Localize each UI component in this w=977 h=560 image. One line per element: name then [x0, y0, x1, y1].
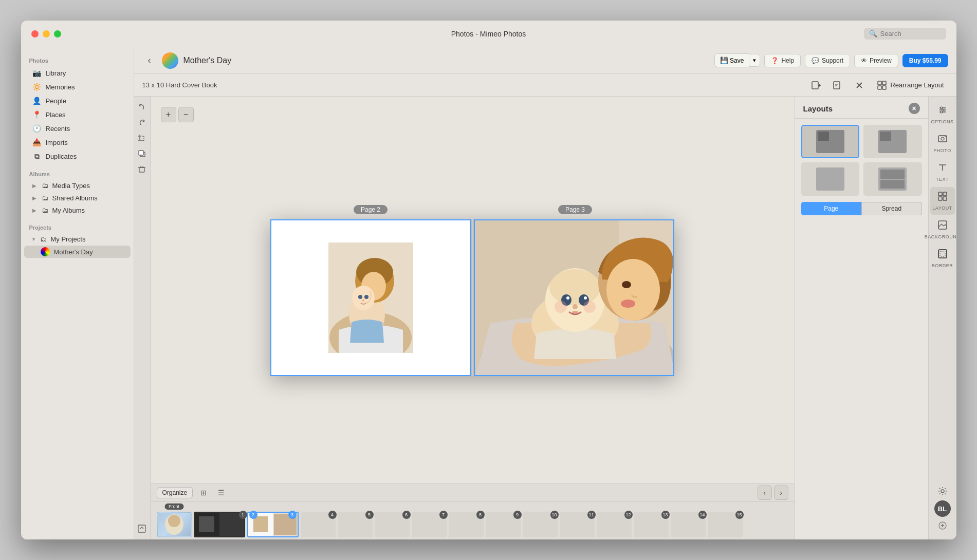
sidebar-item-places[interactable]: 📍 Places: [24, 108, 131, 121]
svg-point-78: [941, 490, 944, 493]
border-icon: [937, 249, 948, 262]
text-panel-button[interactable]: TEXT: [930, 158, 955, 186]
support-button[interactable]: 💬 Support: [805, 54, 850, 67]
rearrange-layout-button[interactable]: Rearrange Layout: [873, 78, 948, 92]
user-avatar[interactable]: BL: [934, 500, 951, 517]
minimize-button[interactable]: [43, 30, 50, 38]
sidebar-item-recents[interactable]: 🕐 Recents: [24, 122, 131, 135]
expand-panel-button[interactable]: [935, 518, 950, 533]
filmstrip-toolbar: Organize ⊞ ☰ ‹ ›: [151, 483, 795, 502]
filmstrip-page-9[interactable]: 9: [486, 512, 521, 537]
page-num-7: 7: [439, 511, 448, 519]
svg-point-42: [584, 296, 587, 300]
filmstrip-page-2-3[interactable]: 2 3: [247, 512, 299, 537]
window-title: Photos - Mimeo Photos: [451, 30, 526, 38]
filmstrip-list-icon[interactable]: ☰: [214, 486, 228, 499]
filmstrip-page-front[interactable]: Front: [157, 505, 192, 537]
layout-option-3[interactable]: [801, 162, 860, 196]
filmstrip-page-6[interactable]: 6: [375, 512, 410, 537]
svg-rect-73: [938, 197, 942, 200]
delete-page-icon-btn[interactable]: [851, 77, 868, 94]
back-button[interactable]: ‹: [142, 53, 157, 68]
filmstrip-page-12[interactable]: 12: [597, 512, 632, 537]
recents-icon: 🕐: [32, 124, 42, 133]
save-button[interactable]: 💾 Save: [714, 53, 749, 67]
crop-button[interactable]: [135, 132, 149, 145]
svg-point-63: [941, 107, 943, 109]
sidebar-item-mothers-day[interactable]: Mother's Day: [24, 246, 131, 258]
filmstrip-page-7[interactable]: 7: [412, 512, 447, 537]
my-projects-folder-icon: 🗂: [40, 235, 47, 243]
filmstrip-page-5[interactable]: 5: [338, 512, 373, 537]
filmstrip-next-button[interactable]: ›: [774, 486, 788, 500]
photo-panel-button[interactable]: PHOTO: [930, 129, 955, 157]
filmstrip-page-1[interactable]: 1: [194, 512, 245, 537]
buy-button[interactable]: Buy $55.99: [902, 54, 948, 67]
zoom-out-button[interactable]: −: [178, 107, 194, 122]
layouts-panel-title: Layouts: [803, 104, 833, 113]
svg-rect-9: [882, 81, 886, 85]
book-pages: [270, 219, 674, 376]
add-page-icon-btn[interactable]: [808, 77, 824, 94]
undo-button[interactable]: [135, 101, 149, 114]
filmstrip-page-11[interactable]: 11: [560, 512, 595, 537]
layout-option-4[interactable]: [863, 162, 922, 196]
layout-preview-cell: [818, 132, 829, 141]
left-page-photo: [328, 242, 413, 353]
close-button[interactable]: [31, 30, 39, 38]
filmstrip-page-15[interactable]: 15: [708, 512, 743, 537]
border-panel-button[interactable]: BORDER: [930, 245, 955, 272]
sidebar-item-my-projects[interactable]: ▾ 🗂 My Projects: [24, 233, 131, 245]
book-spread-container: Page 2 Page 3: [270, 219, 674, 376]
layout-panel-button[interactable]: LAYOUT: [930, 187, 955, 215]
options-panel-button[interactable]: OPTIONS: [930, 101, 955, 128]
layout-option-2[interactable]: [863, 125, 922, 158]
sidebar-item-duplicates[interactable]: ⧉ Duplicates: [24, 150, 131, 163]
main-toolbar: ‹ Mother's Day 💾 Save ▾ ❓ Help: [134, 47, 956, 74]
sidebar-item-memories[interactable]: 🔆 Memories: [24, 80, 131, 94]
filmstrip-page-8[interactable]: 8: [449, 512, 484, 537]
sidebar-item-imports[interactable]: 📥 Imports: [24, 136, 131, 149]
projects-group: ▾ 🗂 My Projects Mother's Day: [21, 233, 134, 258]
close-panel-button[interactable]: ×: [909, 103, 920, 114]
page-tab-button[interactable]: Page: [801, 202, 862, 215]
sidebar-item-media-types[interactable]: ▶ 🗂 Media Types: [24, 180, 131, 192]
sidebar-item-my-albums[interactable]: ▶ 🗂 My Albums: [24, 204, 131, 216]
redo-button[interactable]: [135, 116, 149, 129]
left-page[interactable]: [270, 219, 471, 376]
sidebar-item-shared-albums[interactable]: ▶ 🗂 Shared Albums: [24, 192, 131, 204]
search-input[interactable]: [880, 30, 941, 38]
sidebar-item-library[interactable]: 📷 Library: [24, 66, 131, 80]
gear-button[interactable]: [934, 483, 951, 499]
canvas-area: + − Page 2 Page 3: [151, 97, 795, 483]
organize-button[interactable]: Organize: [157, 487, 193, 498]
text-icon: [937, 162, 948, 175]
preview-button[interactable]: 👁 Preview: [854, 54, 898, 67]
help-button[interactable]: ❓ Help: [764, 54, 801, 67]
layout-option-1[interactable]: [801, 125, 860, 158]
sidebar-item-people[interactable]: 👤 People: [24, 94, 131, 107]
layouts-panel-header: Layouts ×: [795, 97, 928, 119]
expand-button[interactable]: [135, 522, 149, 535]
background-panel-button[interactable]: BACKGROUND: [930, 216, 955, 244]
save-dropdown-button[interactable]: ▾: [749, 54, 760, 67]
svg-rect-74: [943, 197, 947, 200]
fullscreen-button[interactable]: [54, 30, 61, 38]
filmstrip-thumb-front: [157, 512, 192, 537]
delete-button[interactable]: [135, 162, 149, 176]
svg-point-29: [352, 286, 375, 310]
filmstrip-page-4[interactable]: 4: [301, 512, 336, 537]
filmstrip-grid-icon[interactable]: ⊞: [197, 486, 210, 499]
filmstrip-page-10[interactable]: 10: [523, 512, 558, 537]
filmstrip-page-13[interactable]: 13: [634, 512, 669, 537]
spread-tab-button[interactable]: Spread: [861, 202, 922, 215]
zoom-in-button[interactable]: +: [161, 107, 176, 122]
svg-point-43: [573, 304, 578, 309]
copy-button[interactable]: [135, 147, 149, 160]
page-settings-icon-btn[interactable]: [829, 77, 846, 94]
my-albums-folder-icon: 🗂: [42, 207, 48, 214]
right-page[interactable]: [474, 219, 674, 376]
filmstrip-page-14[interactable]: 14: [671, 512, 706, 537]
svg-rect-11: [882, 86, 886, 89]
filmstrip-prev-button[interactable]: ‹: [758, 486, 772, 500]
